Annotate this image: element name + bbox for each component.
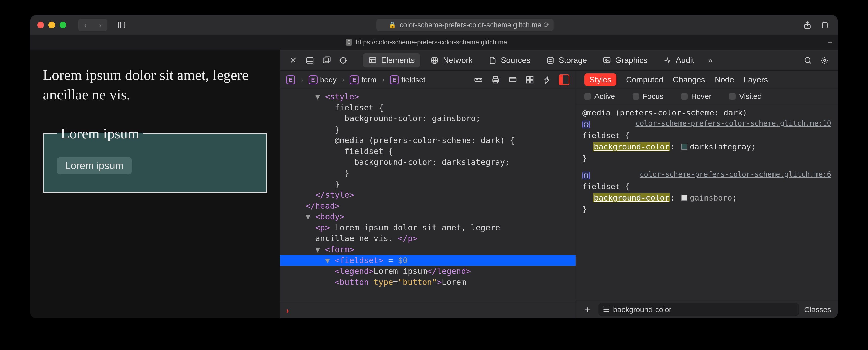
ruler-icon[interactable] — [473, 75, 484, 85]
new-tab-button[interactable]: ＋ — [823, 37, 838, 48]
address-bar[interactable]: 🔒 color-scheme-prefers-color-scheme.glit… — [376, 19, 554, 31]
dom-line[interactable]: </head> — [280, 201, 576, 211]
tab-elements[interactable]: Elements — [363, 53, 420, 67]
svg-point-22 — [824, 59, 826, 61]
toggle-details-icon[interactable] — [559, 75, 569, 85]
tab-network[interactable]: Network — [425, 53, 478, 67]
tab-layers[interactable]: Layers — [744, 75, 768, 84]
dom-line[interactable]: fieldset { — [280, 102, 576, 113]
page-viewport: Lorem ipsum dolor sit amet, legere ancil… — [30, 50, 280, 318]
style-rule-2: {}color-scheme-prefers-color-scheme.glit… — [582, 170, 831, 215]
svg-rect-36 — [530, 80, 533, 83]
address-host: color-scheme-prefers-color-scheme.glitch… — [400, 21, 541, 29]
tab-sources[interactable]: Sources — [483, 53, 536, 67]
rule-source-link[interactable]: color-scheme-prefers-color-scheme.glitch… — [640, 170, 831, 180]
tab-storage[interactable]: Storage — [540, 53, 592, 67]
dock-side-icon[interactable] — [320, 54, 333, 66]
dom-line[interactable]: } — [280, 168, 576, 178]
tab-computed[interactable]: Computed — [626, 75, 663, 84]
tabs-overview-icon[interactable] — [819, 20, 831, 31]
svg-rect-31 — [509, 77, 516, 82]
search-icon[interactable] — [802, 54, 814, 66]
force-appearance-icon[interactable] — [507, 75, 518, 85]
page-legend: Lorem ipsum — [57, 125, 143, 142]
dom-line[interactable]: ▼ <form> — [280, 244, 576, 255]
css-value[interactable]: darkslategray — [690, 142, 751, 151]
toggle-visited[interactable]: Visited — [729, 92, 762, 101]
tab-styles[interactable]: Styles — [584, 74, 616, 86]
jump-to-source-icon[interactable]: {} — [582, 172, 590, 179]
paint-flash-icon[interactable] — [542, 75, 552, 85]
filter-icon: ☰ — [603, 305, 610, 314]
classes-toggle[interactable]: Classes — [804, 305, 831, 314]
breadcrumb-form[interactable]: Eform — [350, 75, 376, 84]
css-property[interactable]: background-color — [593, 193, 671, 202]
dom-line[interactable]: @media (prefers-color-scheme: dark) { — [280, 135, 576, 146]
media-query: @media (prefers-color-scheme: dark) — [582, 107, 831, 118]
close-icon[interactable] — [37, 22, 44, 28]
chevron-right-icon: › — [301, 76, 303, 84]
element-picker-icon[interactable] — [337, 54, 349, 66]
toggle-hover[interactable]: Hover — [681, 92, 711, 101]
svg-rect-0 — [118, 22, 125, 28]
console-drawer[interactable]: › — [280, 302, 576, 318]
devtools-tabbar: ✕ Elements Network Sources — [280, 50, 838, 71]
share-icon[interactable] — [802, 20, 813, 31]
css-property[interactable]: background-color — [593, 142, 671, 151]
dom-line[interactable]: fieldset { — [280, 146, 576, 157]
dom-line[interactable]: background-color: darkslategray; — [280, 157, 576, 168]
svg-rect-13 — [369, 57, 376, 62]
dom-line[interactable]: ▼ <body> — [280, 211, 576, 222]
svg-rect-33 — [527, 77, 529, 79]
dom-line[interactable]: ancillae ne vis. </p> — [280, 233, 576, 244]
close-devtools-icon[interactable]: ✕ — [287, 54, 299, 66]
breadcrumb-root[interactable]: E — [286, 75, 295, 84]
more-tabs-icon[interactable]: » — [704, 54, 716, 66]
devtools: ✕ Elements Network Sources — [280, 50, 838, 318]
svg-point-20 — [805, 57, 810, 62]
dom-line[interactable]: ▼ <style> — [280, 91, 576, 102]
styles-rules[interactable]: @media (prefers-color-scheme: dark) {}co… — [576, 104, 838, 300]
forward-button[interactable]: › — [93, 19, 107, 31]
print-styles-icon[interactable] — [490, 75, 501, 85]
dom-line[interactable]: <p> Lorem ipsum dolor sit amet, legere — [280, 222, 576, 233]
toggle-focus[interactable]: Focus — [632, 92, 663, 101]
tab-graphics[interactable]: Graphics — [597, 53, 653, 67]
breadcrumb-body[interactable]: Ebody — [309, 75, 337, 84]
styles-filter-input[interactable]: ☰ background-color — [598, 303, 799, 316]
page-paragraph: Lorem ipsum dolor sit amet, legere ancil… — [43, 65, 268, 105]
tab-audit[interactable]: Audit — [657, 53, 700, 67]
jump-to-source-icon[interactable]: {} — [582, 121, 590, 128]
grid-overlay-icon[interactable] — [525, 75, 535, 85]
dom-tree[interactable]: ▼ <style> fieldset { background-color: g… — [280, 89, 576, 302]
dom-line[interactable]: </style> — [280, 189, 576, 201]
page-fieldset: Lorem ipsum Lorem ipsum — [43, 125, 268, 193]
reload-icon[interactable]: ⟳ — [543, 21, 549, 29]
toggle-active[interactable]: Active — [584, 92, 615, 101]
minimize-icon[interactable] — [49, 22, 55, 28]
dom-line[interactable]: } — [280, 179, 576, 189]
settings-icon[interactable] — [818, 54, 831, 66]
dom-line[interactable]: ▼ <fieldset> = $0 — [280, 255, 576, 266]
tab-strip: C https://color-scheme-prefers-color-sch… — [30, 35, 838, 50]
rule-source-link[interactable]: color-scheme-prefers-color-scheme.glitch… — [636, 118, 831, 129]
breadcrumb-fieldset[interactable]: Efieldset — [390, 75, 426, 84]
back-button[interactable]: ‹ — [78, 19, 93, 31]
nav-arrows: ‹ › — [78, 19, 107, 31]
browser-tab[interactable]: C https://color-scheme-prefers-color-sch… — [30, 38, 823, 46]
dom-line[interactable]: <button type="button">Lorem — [280, 277, 576, 288]
new-rule-button[interactable]: ＋ — [582, 304, 593, 315]
dock-bottom-icon[interactable] — [304, 54, 316, 66]
svg-point-17 — [548, 57, 553, 59]
page-button[interactable]: Lorem ipsum — [57, 157, 132, 175]
tab-node[interactable]: Node — [715, 75, 734, 84]
color-swatch-icon[interactable] — [681, 144, 687, 150]
color-swatch-icon[interactable] — [681, 195, 687, 201]
zoom-icon[interactable] — [60, 22, 66, 28]
css-value[interactable]: gainsboro — [690, 193, 732, 202]
sidebar-toggle-icon[interactable] — [115, 19, 128, 31]
dom-line[interactable]: } — [280, 124, 576, 135]
dom-line[interactable]: background-color: gainsboro; — [280, 113, 576, 124]
tab-changes[interactable]: Changes — [673, 75, 705, 84]
dom-line[interactable]: <legend>Lorem ipsum</legend> — [280, 266, 576, 277]
